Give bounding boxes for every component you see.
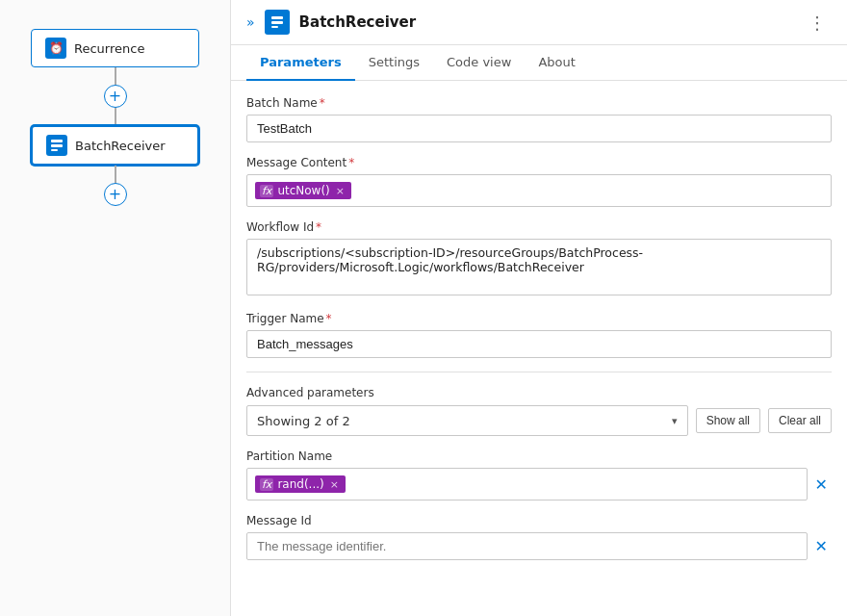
svg-rect-3 (271, 16, 283, 19)
recurrence-label: Recurrence (74, 41, 144, 56)
batch-name-label: Batch Name* (246, 96, 832, 110)
message-content-label: Message Content* (246, 156, 832, 169)
show-all-button[interactable]: Show all (696, 408, 760, 433)
rand-tag-close[interactable]: × (330, 478, 339, 491)
rand-tag-label: rand(...) (277, 477, 323, 491)
svg-rect-2 (51, 149, 58, 151)
connector-2: + (104, 166, 127, 206)
svg-rect-1 (51, 144, 63, 147)
message-id-clear-icon[interactable]: ✕ (811, 535, 832, 557)
utcnow-tag[interactable]: fx utcNow() × (255, 182, 351, 199)
batch-receiver-label: BatchReceiver (75, 139, 166, 153)
tab-settings[interactable]: Settings (355, 45, 433, 81)
flow-line-1 (115, 67, 116, 85)
panel-header: » BatchReceiver ⋮ (231, 0, 847, 45)
batch-name-input[interactable] (246, 115, 832, 142)
advanced-params-dropdown[interactable]: Showing 2 of 2 ▾ (246, 405, 688, 436)
section-divider (246, 372, 832, 372)
message-id-group: Message Id ✕ (246, 514, 832, 560)
rand-tag[interactable]: fx rand(...) × (255, 475, 346, 493)
advanced-params-row: Showing 2 of 2 ▾ Show all Clear all (246, 405, 832, 436)
flow-line-2 (115, 108, 116, 125)
trigger-name-label: Trigger Name* (246, 312, 832, 325)
tab-bar: Parameters Settings Code view About (231, 45, 847, 81)
more-options-icon[interactable]: ⋮ (803, 11, 832, 35)
partition-name-group: Partition Name fx rand(...) × ✕ (246, 449, 832, 500)
partition-name-input[interactable]: fx rand(...) × (246, 468, 808, 500)
clear-all-button[interactable]: Clear all (768, 408, 832, 433)
tag-close-icon[interactable]: × (336, 185, 345, 197)
right-panel: » BatchReceiver ⋮ Parameters Settings Co… (231, 0, 847, 616)
chevron-down-icon: ▾ (672, 415, 678, 427)
tab-parameters[interactable]: Parameters (246, 45, 355, 81)
recurrence-node[interactable]: ⏰ Recurrence (31, 29, 199, 67)
batch-receiver-icon (46, 135, 67, 156)
partition-name-label: Partition Name (246, 449, 832, 463)
svg-rect-5 (271, 26, 278, 28)
panel-content: Batch Name* Message Content* fx utcNow()… (231, 81, 847, 616)
fx-icon-2: fx (260, 478, 273, 491)
add-button-1[interactable]: + (104, 85, 127, 108)
svg-rect-0 (51, 140, 63, 142)
partition-name-field: fx rand(...) × ✕ (246, 468, 832, 500)
batch-name-group: Batch Name* (246, 96, 832, 142)
trigger-name-input[interactable] (246, 330, 832, 358)
dropdown-value: Showing 2 of 2 (257, 414, 350, 428)
add-button-2[interactable]: + (104, 183, 127, 206)
fx-icon: fx (260, 185, 273, 197)
flow-line-3 (115, 166, 116, 183)
tab-code-view[interactable]: Code view (433, 45, 525, 81)
advanced-params-group: Advanced parameters Showing 2 of 2 ▾ Sho… (246, 386, 832, 436)
workflow-id-label: Workflow Id* (246, 220, 832, 234)
collapse-icon[interactable]: » (246, 14, 255, 30)
message-id-label: Message Id (246, 514, 832, 527)
workflow-id-group: Workflow Id* /subscriptions/<subscriptio… (246, 220, 832, 298)
tag-label: utcNow() (277, 184, 329, 197)
panel-title: BatchReceiver (299, 13, 793, 31)
message-id-input[interactable] (246, 532, 808, 560)
message-id-field: ✕ (246, 532, 832, 560)
tab-about[interactable]: About (525, 45, 588, 81)
batch-receiver-node[interactable]: BatchReceiver (31, 125, 199, 166)
message-content-group: Message Content* fx utcNow() × (246, 156, 832, 207)
panel-header-icon (265, 10, 290, 35)
recurrence-icon: ⏰ (45, 38, 66, 59)
workflow-id-input[interactable]: /subscriptions/<subscription-ID>/resourc… (246, 239, 832, 295)
svg-rect-4 (271, 21, 283, 24)
advanced-params-label: Advanced parameters (246, 386, 832, 399)
partition-clear-icon[interactable]: ✕ (811, 474, 832, 496)
message-content-input[interactable]: fx utcNow() × (246, 174, 832, 207)
trigger-name-group: Trigger Name* (246, 312, 832, 358)
left-panel: ⏰ Recurrence + BatchReceiver + (0, 0, 231, 616)
connector-1: + (104, 67, 127, 125)
